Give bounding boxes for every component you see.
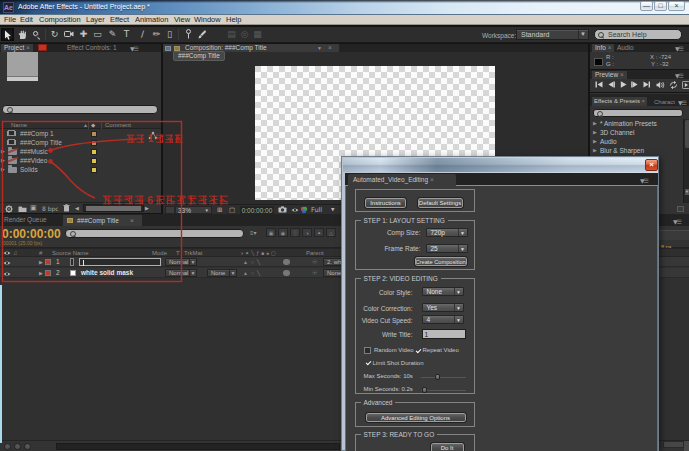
scroll-right-icon[interactable]: ▶: [145, 204, 149, 213]
tab-audio[interactable]: Audio: [617, 44, 634, 52]
panel-menu-icon[interactable]: ▼☰: [675, 45, 683, 52]
timeline-vscrollbar[interactable]: [684, 441, 689, 451]
frame-rate-dropdown[interactable]: 25▼: [426, 244, 468, 253]
project-bit-depth[interactable]: 8 bpc: [42, 204, 59, 213]
always-preview-icon[interactable]: [165, 206, 175, 214]
menu-view[interactable]: View: [174, 15, 190, 25]
effects-bottom-icon[interactable]: [677, 206, 684, 212]
expand-icon[interactable]: ▶: [39, 268, 43, 278]
menu-window[interactable]: Window: [194, 15, 221, 25]
pen-tool-icon[interactable]: ✎: [106, 28, 119, 41]
effects-category-row[interactable]: ▶3D Channel: [590, 128, 682, 137]
tab-info[interactable]: Info ×: [592, 44, 614, 52]
expand-icon[interactable]: ▶: [39, 257, 43, 267]
clone-stamp-tool-icon[interactable]: ✏: [150, 28, 163, 41]
label-color-swatch[interactable]: [91, 158, 97, 164]
label-color-swatch[interactable]: [91, 131, 97, 137]
trkmat-dropdown[interactable]: None▼: [207, 269, 237, 277]
expand-icon[interactable]: ▶: [593, 137, 597, 146]
expand-icon[interactable]: ▶: [1, 156, 5, 165]
effects-search-input[interactable]: [593, 109, 683, 117]
menu-composition[interactable]: Composition: [39, 15, 81, 25]
default-settings-button[interactable]: Default Settings: [418, 198, 463, 208]
layer-switches[interactable]: ▲○╲: [243, 257, 263, 267]
layer-label-swatch[interactable]: [45, 259, 51, 265]
loop-icon[interactable]: [668, 81, 678, 90]
ram-preview-icon[interactable]: [681, 81, 689, 90]
project-row[interactable]: ▶###Music: [0, 147, 152, 156]
tab-close-icon[interactable]: ×: [130, 215, 134, 226]
text-tool-icon[interactable]: T: [120, 28, 133, 41]
puppet-pin-tool-icon[interactable]: [182, 28, 195, 41]
instructions-button[interactable]: Instructions: [365, 198, 406, 208]
hand-tool-icon[interactable]: [16, 28, 29, 41]
expand-icon[interactable]: ▶: [1, 147, 5, 156]
menu-animation[interactable]: Animation: [135, 15, 168, 25]
timeline-zoom-widget[interactable]: [663, 441, 684, 448]
create-composition-button[interactable]: Create Composition: [415, 257, 467, 266]
eye-icon[interactable]: [3, 270, 11, 280]
dialog-titlebar[interactable]: [343, 158, 657, 172]
comp-current-time[interactable]: 0:00:00:00: [240, 206, 274, 214]
layer-switches[interactable]: ▲○╲: [243, 268, 263, 278]
do-it-button[interactable]: Do It: [431, 443, 464, 451]
column-name[interactable]: Name: [11, 121, 27, 129]
advanced-options-button[interactable]: Advanced Editing Options: [366, 413, 466, 422]
effects-category-row[interactable]: ▶Audio: [590, 137, 682, 146]
camera-tool-icon[interactable]: [62, 28, 75, 41]
cut-speed-dropdown[interactable]: 4▼: [422, 315, 464, 324]
tab-render-queue[interactable]: Render Queue: [4, 214, 47, 226]
layer-name-edit-field[interactable]: [79, 258, 161, 266]
layer-name[interactable]: white solid mask: [81, 268, 133, 278]
brush-tool-icon[interactable]: ∕: [136, 28, 149, 41]
timeline-hscrollbar[interactable]: [56, 443, 340, 450]
timeline-search-input[interactable]: [65, 229, 244, 238]
motion-blur-icon[interactable]: ◑: [302, 228, 312, 237]
expand-icon[interactable]: ▶: [593, 119, 597, 128]
next-frame-icon[interactable]: [630, 81, 640, 90]
collapse-button-2[interactable]: [14, 443, 21, 450]
viewer-icon[interactable]: [174, 46, 180, 51]
label-color-swatch[interactable]: [91, 140, 97, 146]
audio-icon[interactable]: [655, 81, 665, 90]
comp-navigator-crumb[interactable]: ###Comp Title: [173, 51, 225, 61]
label-color-swatch[interactable]: [91, 149, 97, 155]
project-item-name[interactable]: Solids: [20, 165, 38, 174]
label-color-swatch[interactable]: [91, 167, 97, 173]
menu-file[interactable]: File: [4, 15, 16, 25]
panel-menu-icon[interactable]: ▼☰: [675, 72, 683, 79]
workspace-dropdown[interactable]: Standard ▼: [516, 29, 589, 40]
color-correction-dropdown[interactable]: Yes▼: [422, 303, 464, 312]
write-title-input[interactable]: 1: [422, 329, 466, 339]
layer-label-swatch[interactable]: [45, 270, 51, 276]
menu-effect[interactable]: Effect: [110, 15, 129, 25]
tab-close-icon[interactable]: ×: [328, 44, 332, 52]
max-seconds-slider[interactable]: [421, 374, 466, 381]
tab-comp-timeline[interactable]: ###Comp Title ×: [63, 215, 142, 226]
collapse-button-1[interactable]: [4, 443, 11, 450]
tab-preview[interactable]: Preview ×: [592, 71, 627, 79]
viewer-lock-icon[interactable]: [165, 46, 171, 51]
tab-project[interactable]: Project ×: [1, 44, 33, 52]
dialog-tab[interactable]: Automated_Video_Editing ×: [348, 174, 456, 186]
new-composition-icon[interactable]: ▣: [30, 204, 37, 213]
dialog-close-button[interactable]: ×: [645, 159, 658, 171]
timeline-current-time[interactable]: 0:00:00:00: [2, 227, 61, 241]
comp-size-dropdown[interactable]: 720p▼: [426, 228, 468, 237]
last-frame-icon[interactable]: [642, 81, 652, 90]
effects-scrollbar[interactable]: ▼: [683, 119, 689, 203]
tab-character[interactable]: Charact: [654, 98, 675, 107]
brainstorm-icon[interactable]: ✦: [314, 228, 324, 237]
panel-menu-icon[interactable]: ▼☰: [640, 177, 648, 184]
menu-layer[interactable]: Layer: [86, 15, 105, 25]
blend-mode-dropdown[interactable]: Normal▼: [165, 258, 197, 266]
label-column-icon[interactable]: ◆: [91, 121, 95, 129]
panel-menu-icon[interactable]: ▼☰: [678, 99, 686, 106]
project-item-name[interactable]: ###Comp Title: [20, 138, 62, 147]
expand-icon[interactable]: ▶: [1, 165, 5, 174]
hide-shy-icon[interactable]: ◉: [278, 228, 288, 237]
frame-blend-icon[interactable]: ░: [290, 228, 300, 237]
effects-category-row[interactable]: ▶* Animation Presets: [590, 119, 682, 128]
pan-behind-tool-icon[interactable]: ✚: [77, 28, 90, 41]
shape-tool-icon[interactable]: ▭: [91, 28, 104, 41]
